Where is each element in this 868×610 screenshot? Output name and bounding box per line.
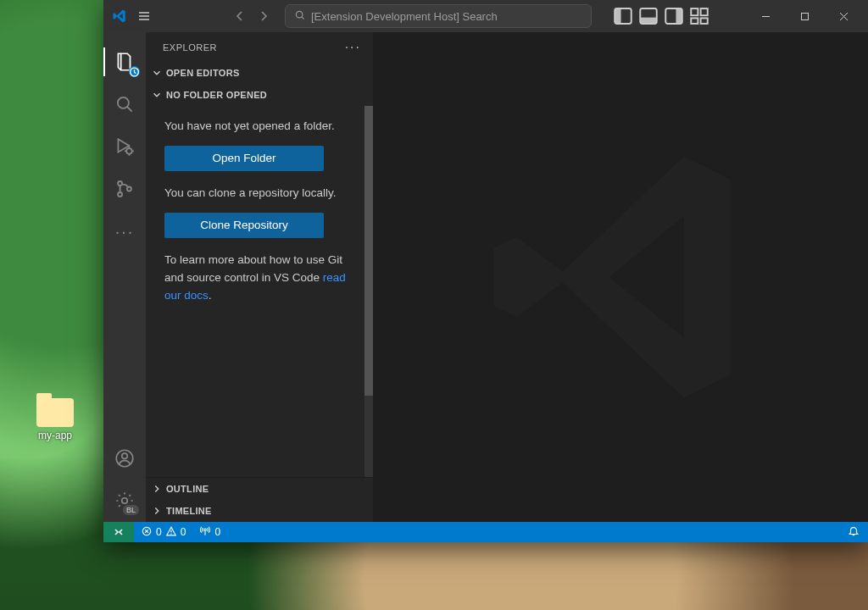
svg-rect-7 [691, 8, 698, 15]
window-maximize-button[interactable] [785, 0, 824, 32]
sidebar-header: EXPLORER ··· [146, 32, 373, 62]
vscode-watermark-icon [476, 133, 765, 421]
folder-icon [36, 398, 74, 427]
sidebar-title: EXPLORER [163, 42, 217, 53]
svg-point-16 [118, 192, 122, 197]
activity-run-debug[interactable] [103, 125, 146, 168]
svg-rect-9 [691, 18, 698, 24]
no-folder-message: You have not yet opened a folder. [164, 118, 359, 136]
sidebar-scrollbar-thumb[interactable] [364, 106, 373, 396]
svg-rect-6 [676, 8, 682, 24]
section-outline[interactable]: OUTLINE [146, 478, 373, 500]
command-center-text: [Extension Development Host] Search [311, 10, 498, 23]
nav-arrows [229, 5, 275, 27]
desktop-folder-label: my-app [30, 430, 81, 441]
status-remote-button[interactable] [103, 522, 134, 542]
activity-additional-views[interactable]: ··· [103, 210, 146, 252]
status-notifications-button[interactable] [841, 522, 868, 542]
editor-area [373, 32, 868, 522]
sidebar-explorer: EXPLORER ··· OPEN EDITORS NO FOLDER OPEN… [146, 32, 373, 522]
title-bar: [Extension Development Host] Search [103, 0, 868, 32]
menu-button[interactable] [132, 4, 156, 28]
svg-rect-8 [701, 8, 708, 15]
svg-point-20 [122, 498, 128, 504]
section-open-editors-label: OPEN EDITORS [166, 68, 240, 78]
learn-more-suffix: . [209, 289, 212, 302]
svg-rect-11 [801, 13, 808, 19]
command-center[interactable]: [Extension Development Host] Search [285, 4, 592, 28]
ellipsis-icon: ··· [115, 223, 135, 240]
status-ports[interactable]: 0 [192, 522, 227, 542]
status-error-count: 0 [156, 526, 162, 538]
window-minimize-button[interactable] [746, 0, 785, 32]
section-timeline[interactable]: TIMELINE [146, 500, 373, 522]
svg-point-23 [204, 528, 207, 530]
nav-back-button[interactable] [229, 5, 251, 27]
svg-rect-10 [701, 18, 708, 24]
clone-repository-button[interactable]: Clone Repository [164, 213, 324, 238]
window-close-button[interactable] [824, 0, 863, 32]
vscode-logo-icon [112, 8, 127, 24]
clone-message: You can clone a repository locally. [164, 185, 359, 202]
explorer-badge-icon [129, 66, 140, 77]
nav-forward-button[interactable] [253, 5, 275, 27]
error-icon [141, 525, 153, 540]
activity-accounts[interactable] [103, 437, 146, 480]
svg-point-17 [127, 187, 131, 191]
search-icon [294, 9, 306, 24]
toggle-secondary-sidebar-button[interactable] [663, 5, 685, 27]
section-outline-label: OUTLINE [166, 484, 209, 494]
customize-layout-button[interactable] [688, 5, 710, 27]
manage-badge: BL [123, 505, 139, 515]
open-folder-button[interactable]: Open Folder [164, 146, 324, 171]
svg-point-0 [296, 11, 303, 18]
section-no-folder-opened[interactable]: NO FOLDER OPENED [146, 84, 373, 106]
svg-point-13 [118, 97, 129, 108]
activity-manage[interactable]: BL [103, 480, 146, 522]
status-warning-count: 0 [181, 526, 186, 538]
status-bar: 0 0 0 [103, 522, 868, 542]
toggle-primary-sidebar-button[interactable] [612, 5, 634, 27]
learn-more-text: To learn more about how to use Git and s… [164, 252, 359, 305]
learn-more-prefix: To learn more about how to use Git and s… [164, 253, 342, 284]
activity-search[interactable] [103, 83, 146, 125]
svg-point-22 [170, 533, 171, 534]
toggle-panel-button[interactable] [637, 5, 659, 27]
radio-tower-icon [199, 525, 211, 540]
section-open-editors[interactable]: OPEN EDITORS [146, 62, 373, 84]
desktop-folder-my-app[interactable]: my-app [30, 398, 81, 441]
activity-source-control[interactable] [103, 168, 146, 210]
layout-controls [612, 5, 710, 27]
svg-point-15 [118, 181, 122, 186]
sidebar-body: You have not yet opened a folder. Open F… [146, 106, 373, 477]
section-no-folder-label: NO FOLDER OPENED [166, 90, 267, 100]
bell-icon [848, 525, 860, 540]
status-problems[interactable]: 0 0 [134, 522, 192, 542]
vscode-window: [Extension Development Host] Search [103, 0, 868, 542]
svg-rect-2 [615, 8, 620, 24]
activity-explorer[interactable] [103, 41, 146, 83]
svg-rect-4 [640, 18, 657, 24]
window-controls [746, 0, 863, 32]
svg-point-14 [126, 148, 132, 154]
warning-icon [165, 525, 177, 540]
svg-point-19 [122, 453, 128, 459]
sidebar-more-button[interactable]: ··· [345, 41, 361, 54]
sidebar-scrollbar-track[interactable] [364, 106, 373, 477]
section-timeline-label: TIMELINE [166, 506, 212, 516]
activity-bar: ··· BL [103, 32, 146, 522]
status-ports-count: 0 [214, 526, 220, 538]
